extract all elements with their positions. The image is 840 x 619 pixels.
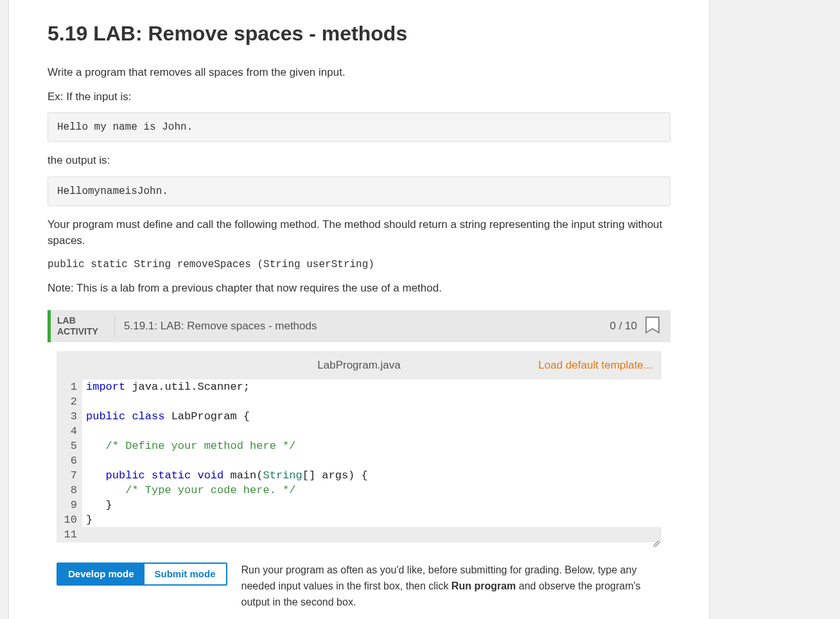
code-line[interactable]: } [82, 498, 661, 512]
code-line[interactable] [82, 453, 661, 468]
code-line[interactable]: /* Define your method here */ [82, 439, 661, 453]
gutter-line: 10 [57, 512, 82, 527]
run-program-bold: Run program [451, 580, 516, 591]
output-is-label: the output is: [48, 152, 670, 169]
gutter-line: 8 [57, 483, 82, 498]
code-editor[interactable]: 1 import java.util.Scanner; 2 3 public c… [57, 379, 661, 548]
lab-title: 5.19.1: LAB: Remove spaces - methods [124, 318, 609, 335]
intro-text: Write a program that removes all spaces … [48, 64, 670, 81]
gutter-line: 7 [57, 468, 82, 483]
develop-mode-button[interactable]: Develop mode [58, 564, 144, 584]
gutter-line: 1 [57, 379, 82, 394]
lab-activity-label: LAB ACTIVITY [57, 315, 115, 337]
code-line[interactable] [82, 394, 661, 409]
gutter-line: 6 [57, 453, 82, 468]
bookmark-icon[interactable] [643, 316, 661, 336]
method-desc: Your program must define and call the fo… [48, 216, 670, 249]
lab-activity-block: LAB ACTIVITY 5.19.1: LAB: Remove spaces … [48, 310, 670, 619]
example-input-label: Ex: If the input is: [48, 89, 670, 105]
resize-handle[interactable] [57, 542, 661, 548]
gutter-line: 2 [57, 394, 82, 409]
code-line[interactable] [82, 527, 661, 542]
page-title: 5.19 LAB: Remove spaces - methods [48, 18, 670, 49]
example-input-box: Hello my name is John. [48, 112, 670, 142]
code-line[interactable] [82, 424, 661, 439]
code-line[interactable]: public static void main(String[] args) { [82, 468, 661, 483]
editor-tabbar: LabProgram.java Load default template... [57, 351, 661, 379]
gutter-line: 4 [57, 424, 82, 439]
lab-header: LAB ACTIVITY 5.19.1: LAB: Remove spaces … [48, 310, 670, 342]
note-text: Note: This is a lab from a previous chap… [48, 280, 670, 297]
lab-score: 0 / 10 [609, 318, 637, 335]
mode-description: Run your program as often as you'd like,… [241, 562, 661, 610]
mode-row: Develop mode Submit mode Run your progra… [57, 562, 661, 610]
load-default-link[interactable]: Load default template... [538, 357, 661, 374]
gutter-line: 3 [57, 409, 82, 424]
gutter-line: 5 [57, 439, 82, 453]
code-line[interactable]: import java.util.Scanner; [82, 379, 661, 394]
method-signature: public static String removeSpaces (Strin… [48, 257, 670, 272]
lab-label-top: LAB [57, 315, 108, 326]
code-line[interactable]: /* Type your code here. */ [82, 483, 661, 498]
submit-mode-button[interactable]: Submit mode [144, 564, 226, 584]
content-area: 5.19 LAB: Remove spaces - methods Write … [9, 0, 709, 619]
lab-label-bottom: ACTIVITY [57, 326, 108, 337]
mode-toggle: Develop mode Submit mode [57, 562, 227, 586]
code-line[interactable]: public class LabProgram { [82, 409, 661, 424]
gutter-line: 11 [57, 527, 82, 542]
filename-tab[interactable]: LabProgram.java [317, 357, 400, 374]
code-line[interactable]: } [82, 512, 661, 527]
gutter-line: 9 [57, 498, 82, 512]
editor-panel: LabProgram.java Load default template...… [48, 342, 670, 619]
example-output-box: HellomynameisJohn. [48, 177, 670, 206]
